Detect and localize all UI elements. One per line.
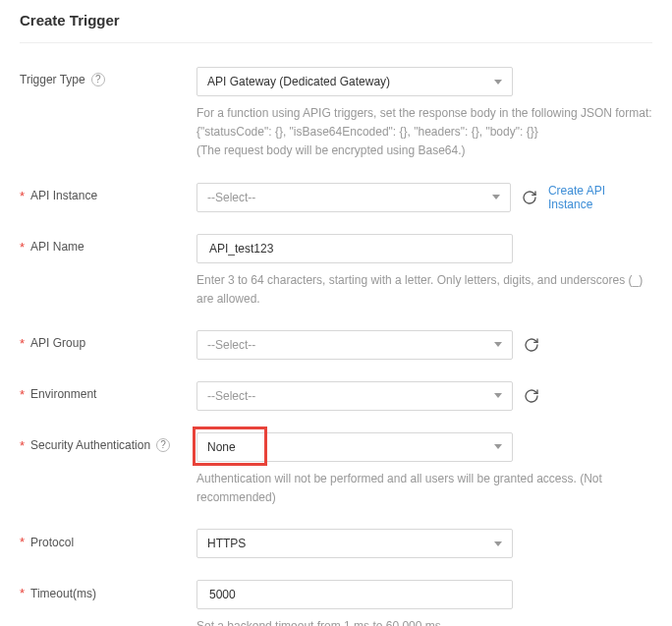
timeout-input[interactable] bbox=[207, 587, 502, 602]
required-mark: * bbox=[20, 438, 25, 453]
trigger-type-help-3: (The request body will be encrypted usin… bbox=[196, 142, 652, 160]
api-instance-select[interactable]: --Select-- bbox=[196, 183, 511, 212]
api-group-select[interactable]: --Select-- bbox=[196, 330, 513, 360]
label-api-group: API Group bbox=[30, 336, 85, 350]
chevron-down-icon bbox=[494, 80, 502, 85]
required-mark: * bbox=[20, 535, 25, 549]
row-api-group: * API Group --Select-- bbox=[20, 330, 652, 360]
required-mark: * bbox=[20, 240, 25, 255]
trigger-type-value: API Gateway (Dedicated Gateway) bbox=[207, 75, 390, 88]
row-security: * Security Authentication ? None Authent… bbox=[20, 432, 652, 507]
label-protocol: Protocol bbox=[30, 536, 74, 549]
row-protocol: * Protocol HTTPS bbox=[20, 529, 652, 558]
required-mark: * bbox=[20, 586, 25, 600]
row-environment: * Environment --Select-- bbox=[20, 381, 652, 411]
required-mark: * bbox=[20, 189, 25, 203]
api-name-help: Enter 3 to 64 characters, starting with … bbox=[196, 271, 652, 309]
refresh-icon[interactable] bbox=[521, 189, 538, 206]
protocol-select[interactable]: HTTPS bbox=[196, 529, 513, 558]
label-security: Security Authentication bbox=[30, 438, 150, 452]
required-mark: * bbox=[20, 387, 25, 402]
chevron-down-icon bbox=[494, 342, 502, 347]
required-mark: * bbox=[20, 336, 25, 351]
create-api-instance-link[interactable]: Create API Instance bbox=[548, 184, 652, 211]
label-trigger-type: Trigger Type bbox=[20, 73, 85, 86]
row-api-instance: * API Instance --Select-- Create API Ins… bbox=[20, 183, 652, 212]
chevron-down-icon bbox=[492, 195, 500, 199]
label-timeout: Timeout(ms) bbox=[30, 587, 96, 600]
refresh-icon[interactable] bbox=[523, 336, 540, 354]
security-help: Authentication will not be performed and… bbox=[196, 470, 652, 507]
help-icon[interactable]: ? bbox=[156, 438, 170, 452]
trigger-type-help-1: For a function using APIG triggers, set … bbox=[196, 104, 652, 123]
trigger-type-help-2: {"statusCode": {}, "isBase64Encoded": {}… bbox=[196, 123, 652, 142]
label-api-instance: API Instance bbox=[30, 189, 97, 202]
api-name-input[interactable] bbox=[207, 241, 502, 256]
chevron-down-icon bbox=[494, 541, 502, 546]
row-api-name: * API Name Enter 3 to 64 characters, sta… bbox=[20, 234, 652, 309]
protocol-value: HTTPS bbox=[207, 537, 246, 550]
timeout-input-wrap bbox=[196, 580, 513, 609]
row-trigger-type: Trigger Type ? API Gateway (Dedicated Ga… bbox=[20, 67, 652, 161]
environment-select[interactable]: --Select-- bbox=[196, 381, 513, 411]
security-select[interactable]: None bbox=[196, 432, 513, 462]
page-title: Create Trigger bbox=[20, 12, 652, 43]
trigger-type-select[interactable]: API Gateway (Dedicated Gateway) bbox=[196, 67, 513, 96]
chevron-down-icon bbox=[494, 444, 502, 449]
security-value: None bbox=[207, 440, 236, 454]
api-group-placeholder: --Select-- bbox=[207, 338, 255, 352]
environment-placeholder: --Select-- bbox=[207, 389, 255, 403]
label-environment: Environment bbox=[30, 387, 96, 401]
help-icon[interactable]: ? bbox=[91, 73, 105, 86]
api-instance-placeholder: --Select-- bbox=[207, 191, 255, 204]
timeout-help: Set a backend timeout from 1 ms to 60,00… bbox=[196, 617, 652, 626]
chevron-down-icon bbox=[494, 393, 502, 398]
refresh-icon[interactable] bbox=[523, 387, 540, 405]
label-api-name: API Name bbox=[30, 240, 84, 254]
row-timeout: * Timeout(ms) Set a backend timeout from… bbox=[20, 580, 652, 626]
api-name-input-wrap bbox=[196, 234, 513, 263]
